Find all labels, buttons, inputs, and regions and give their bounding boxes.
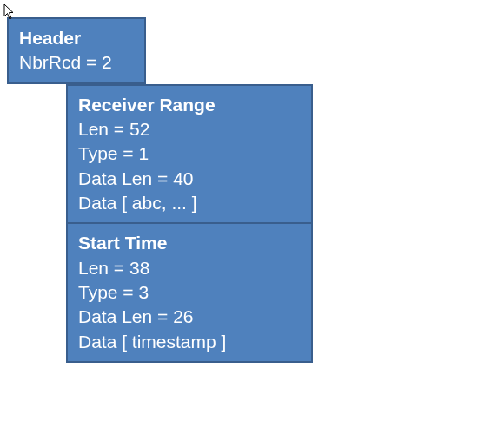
record-datalen: Data Len = 26 xyxy=(78,305,301,329)
record-data: Data [ timestamp ] xyxy=(78,330,301,354)
record-type: Type = 1 xyxy=(78,141,301,166)
record-len: Len = 52 xyxy=(78,117,301,141)
record-datalen: Data Len = 40 xyxy=(78,167,301,191)
record-block-receiver-range: Receiver Range Len = 52 Type = 1 Data Le… xyxy=(66,84,313,225)
record-title: Start Time xyxy=(78,231,301,255)
header-title: Header xyxy=(19,26,134,50)
header-nbrrcd: NbrRcd = 2 xyxy=(19,50,134,75)
record-title: Receiver Range xyxy=(78,93,301,117)
record-len: Len = 38 xyxy=(78,256,301,280)
record-type: Type = 3 xyxy=(78,280,301,305)
header-block: Header NbrRcd = 2 xyxy=(7,17,146,84)
record-block-start-time: Start Time Len = 38 Type = 3 Data Len = … xyxy=(66,222,313,363)
record-data: Data [ abc, ... ] xyxy=(78,191,301,215)
